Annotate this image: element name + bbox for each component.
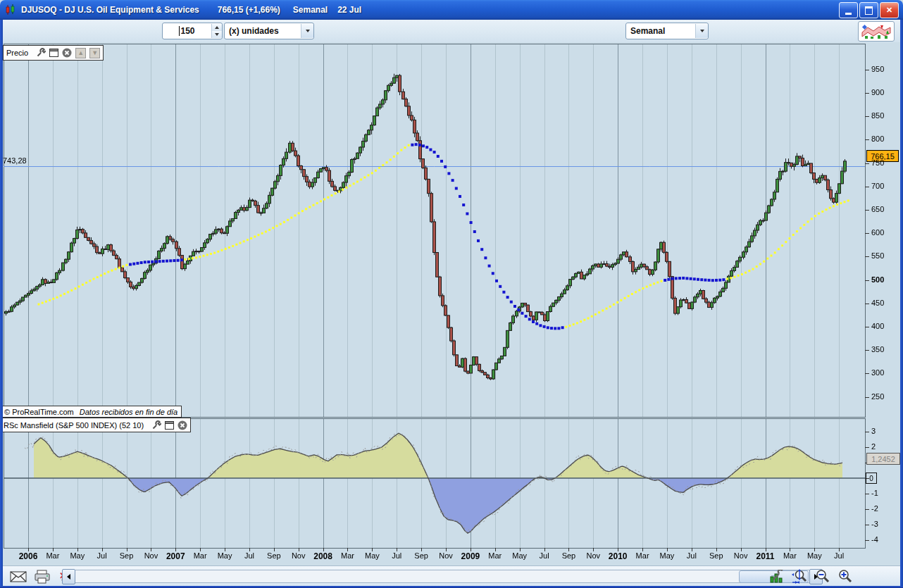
bottom-toolbar: ✂ ✕	[3, 565, 900, 587]
month-label: May	[660, 551, 675, 560]
periods-input[interactable]: 150	[162, 23, 223, 39]
price-tick-label: 450	[871, 299, 884, 307]
month-label: May	[70, 551, 85, 560]
year-label: 2009	[461, 551, 480, 561]
window-timeframe: Semanal	[293, 5, 328, 15]
mini-chart-icon	[861, 24, 892, 39]
periods-value: 150	[180, 26, 194, 36]
price-tick-label: 550	[871, 251, 884, 260]
candlestick-app-icon	[5, 4, 16, 15]
month-label: Mar	[46, 551, 59, 560]
scroll-left-button[interactable]	[62, 569, 75, 584]
price-tick-label: 650	[871, 205, 884, 213]
month-label: Nov	[144, 551, 158, 560]
timeframe-dropdown[interactable]: Semanal	[625, 23, 709, 39]
window-date: 22 Jul	[337, 5, 361, 15]
chart-canvas[interactable]	[0, 42, 903, 565]
minimize-button[interactable]	[839, 2, 858, 18]
indicator-tick-label: 2	[871, 442, 876, 451]
price-tick-label: 900	[871, 88, 884, 96]
zoom-in-icon[interactable]	[837, 569, 854, 584]
spin-down-icon	[215, 33, 219, 36]
chart-thumbnail-button[interactable]	[858, 21, 895, 42]
zoom-out-icon[interactable]	[814, 569, 831, 584]
close-circle-icon[interactable]	[178, 420, 187, 430]
month-label: Mar	[636, 551, 649, 560]
arrow-down-icon[interactable]: ▼	[89, 48, 100, 58]
periods-spinner[interactable]	[211, 24, 222, 38]
wrench-icon[interactable]	[151, 420, 161, 430]
timeframe-dropdown-value: Semanal	[630, 26, 665, 36]
month-label: Sep	[267, 551, 281, 560]
price-tick-label: 300	[871, 368, 884, 377]
window-title: DJUSOQ - DJ U.S. Oil Equipment & Service…	[21, 5, 199, 15]
email-icon[interactable]	[10, 571, 27, 582]
month-label: Jul	[97, 551, 107, 560]
month-label: Mar	[341, 551, 354, 560]
maximize-icon	[865, 6, 873, 15]
indicator-tick-label: -1	[871, 489, 878, 497]
month-label: Sep	[709, 551, 723, 560]
year-label: 2008	[313, 551, 332, 561]
month-label: Jul	[244, 551, 254, 560]
year-label: 2006	[19, 551, 38, 561]
month-label: Mar	[194, 551, 207, 560]
scrollbar-track[interactable]	[75, 570, 809, 583]
window-border-right	[900, 20, 903, 588]
price-tick-label: 400	[871, 322, 884, 330]
month-label: Nov	[734, 551, 748, 560]
arrow-up-icon[interactable]: ▲	[75, 48, 86, 58]
month-label: May	[807, 551, 822, 560]
month-label: Mar	[488, 551, 502, 560]
wrench-icon[interactable]	[36, 48, 46, 58]
month-label: Nov	[587, 551, 601, 560]
zoom-pan-icon[interactable]	[792, 569, 809, 584]
price-panel-header: Precio ▲ ▼	[3, 45, 104, 61]
indicator-tick-label: -4	[871, 535, 878, 544]
window-quote: 766,15 (+1,66%)	[218, 5, 280, 15]
indicator-panel-title: RSc Mansfield (S&P 500 INDEX) (52 10)	[4, 421, 144, 430]
frame-icon[interactable]	[165, 421, 174, 430]
frame-icon[interactable]	[49, 49, 58, 57]
chart-region: Precio ▲ ▼ 743,28 766,15 © ProRealTime.c…	[0, 42, 903, 565]
month-label: Nov	[292, 551, 306, 560]
spin-up-button[interactable]	[212, 24, 222, 31]
price-tick-label: 250	[871, 392, 884, 401]
close-button[interactable]: ✕	[880, 2, 899, 18]
units-dropdown-value: (x) unidades	[229, 26, 279, 36]
price-tick-label: 950	[871, 65, 884, 73]
month-label: May	[512, 551, 527, 560]
month-label: Jul	[540, 551, 549, 560]
indicator-tick-label: -3	[871, 520, 878, 528]
print-icon[interactable]	[34, 570, 51, 584]
price-tick-label: 850	[871, 111, 884, 120]
month-label: Nov	[439, 551, 453, 560]
chart-settings-icon[interactable]	[769, 570, 785, 584]
horizontal-scrollbar[interactable]	[62, 569, 823, 584]
units-dropdown[interactable]: (x) unidades	[224, 23, 314, 39]
price-tick-label: 700	[871, 182, 884, 190]
minimize-icon	[845, 13, 852, 15]
indicator-value-marker: 1,2452	[866, 453, 900, 465]
main-toolbar: 150 (x) unidades Semanal	[3, 20, 900, 43]
indicator-panel-header: RSc Mansfield (S&P 500 INDEX) (52 10)	[0, 418, 191, 432]
month-label: Jul	[687, 551, 697, 560]
chevron-down-icon[interactable]	[695, 24, 708, 38]
year-label: 2010	[609, 551, 628, 561]
month-label: Sep	[120, 551, 134, 560]
maximize-button[interactable]	[859, 2, 878, 18]
indicator-zero-marker: 0	[866, 473, 877, 484]
year-label: 2007	[166, 551, 185, 561]
copyright-bar: © ProRealTime.com Datos recibidos en fin…	[0, 406, 182, 418]
close-circle-icon[interactable]	[62, 48, 72, 58]
month-label: Sep	[562, 551, 576, 560]
month-label: May	[365, 551, 380, 560]
price-tick-label: 350	[871, 345, 884, 354]
spin-down-button[interactable]	[212, 31, 222, 38]
price-tick-label: 500	[871, 275, 884, 284]
title-bar[interactable]: DJUSOQ - DJ U.S. Oil Equipment & Service…	[0, 0, 903, 20]
window-border-left	[0, 20, 3, 588]
hline-label: 743,28	[3, 156, 27, 165]
price-tick-label: 800	[871, 135, 884, 143]
chevron-down-icon[interactable]	[301, 24, 313, 38]
